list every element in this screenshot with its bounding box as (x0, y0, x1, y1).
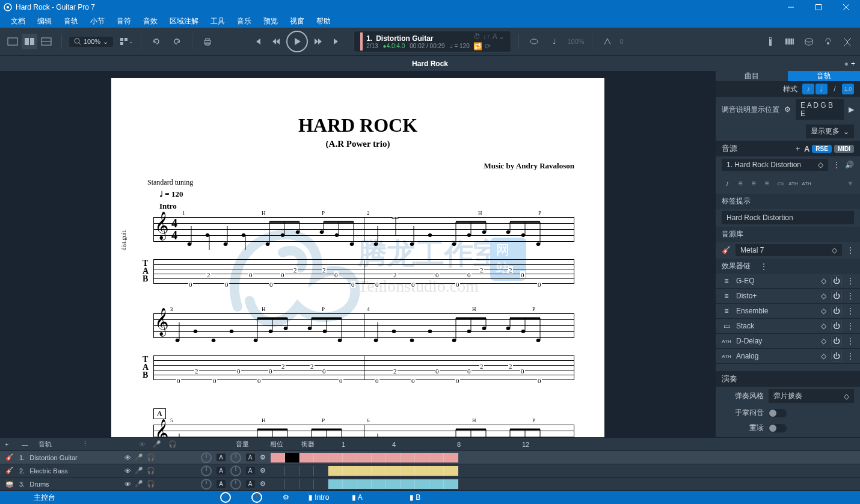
auto-icon[interactable]: A (804, 144, 809, 153)
close-button[interactable] (832, 0, 860, 14)
preset-icon[interactable]: ▭ (775, 176, 785, 191)
mute-icon[interactable]: 🎤 (135, 453, 143, 461)
volume-knob[interactable] (201, 466, 212, 476)
more-icon[interactable]: ⋮ (833, 161, 840, 169)
more-icon[interactable]: ⋮ (847, 246, 854, 254)
drums-icon[interactable] (801, 34, 817, 49)
score-area[interactable]: HARD ROCK (A.R Power trio) Music by Andr… (0, 71, 716, 437)
fretboard-icon[interactable] (763, 34, 778, 49)
auto-badge[interactable]: A (246, 480, 255, 488)
power-icon[interactable]: ⏻ (831, 275, 842, 286)
auto-badge[interactable]: A (217, 480, 226, 488)
effect-row[interactable]: ATHAnalog◇⏻⋮ (716, 349, 860, 364)
menu-track[interactable]: 音轨 (58, 15, 84, 28)
mute-icon[interactable]: 🎤 (135, 480, 143, 488)
volume-knob[interactable] (201, 452, 212, 463)
tab-close-icon[interactable]: ● (844, 60, 849, 68)
layout-screen-icon[interactable] (38, 34, 54, 49)
solo-icon[interactable]: 🎧 (147, 480, 155, 488)
visibility-icon[interactable]: 👁 (124, 467, 131, 475)
master-row[interactable]: 主控台 ⚙ ▮ Intro ▮ A ▮ B (0, 491, 860, 504)
notation-standard-icon[interactable]: ♪ (802, 84, 814, 94)
auto-badge[interactable]: A (217, 453, 226, 461)
menu-note[interactable]: 音符 (111, 15, 137, 28)
gear-icon[interactable]: ⚙ (784, 105, 791, 114)
countdown-icon[interactable]: ↓↑ (483, 32, 490, 41)
solo-icon[interactable]: 🎧 (147, 453, 155, 461)
chevron-down-icon[interactable]: ▼ (847, 179, 854, 188)
tuner-icon[interactable] (600, 34, 615, 49)
minimize-button[interactable] (777, 0, 805, 14)
track-row[interactable]: 🥁 3. Drums 👁 🎤 🎧 A A ⚙ (0, 478, 860, 491)
layout-single-icon[interactable] (5, 34, 20, 49)
rewind-icon[interactable] (268, 34, 284, 49)
solo-icon[interactable]: 🎧 (147, 467, 155, 475)
track-timeline[interactable] (271, 478, 458, 491)
line-in-icon[interactable] (820, 34, 836, 49)
effect-row[interactable]: ATHD-Delay◇⏻⋮ (716, 334, 860, 349)
menu-section[interactable]: 区域注解 (164, 15, 204, 28)
pan-knob[interactable] (230, 479, 241, 490)
preset-icon[interactable]: ATH (801, 176, 812, 191)
undo-icon[interactable] (149, 34, 164, 49)
show-more-select[interactable]: 显示更多 ⌄ (806, 124, 854, 138)
track-timeline[interactable] (271, 464, 458, 478)
track-row[interactable]: 🎸 1. Distortion Guitar 👁 🎤 🎧 A A ⚙ (0, 451, 860, 464)
accent-toggle[interactable] (769, 424, 787, 432)
speaker-icon[interactable]: 🔊 (845, 161, 854, 169)
effect-row[interactable]: ≡Ensemble◇⏻⋮ (716, 304, 860, 319)
menu-view[interactable]: 预览 (257, 15, 284, 28)
mixer-icon[interactable] (840, 34, 855, 49)
midi-badge[interactable]: MIDI (834, 145, 854, 153)
track-timeline[interactable] (271, 451, 458, 464)
document-tab[interactable]: Hard Rock (412, 60, 448, 68)
menu-effect[interactable]: 音效 (137, 15, 164, 28)
label-hint-input[interactable] (722, 211, 854, 224)
tab-song[interactable]: 曲目 (716, 71, 788, 81)
sliders-icon[interactable]: ⚙ (283, 493, 289, 502)
play-style-select[interactable]: 弹片拨奏◇ (769, 389, 854, 403)
effect-row[interactable]: ≡Disto+◇⏻⋮ (716, 289, 860, 304)
preset-icon[interactable]: ≡ (735, 176, 746, 191)
volume-knob[interactable] (201, 479, 212, 490)
more-icon[interactable]: ⋮ (847, 337, 854, 345)
pan-knob[interactable] (230, 452, 241, 463)
zoom-control[interactable]: 100% ⌄ (69, 37, 113, 47)
auto-badge[interactable]: A (246, 467, 255, 475)
tab-add-icon[interactable]: + (851, 60, 855, 68)
remove-track-icon[interactable]: — (22, 441, 31, 448)
sound-bank-select[interactable]: Metal 7◇ (736, 244, 842, 256)
tempo-icon[interactable]: ♩ (547, 34, 562, 49)
more-icon[interactable]: ⋮ (847, 277, 854, 285)
effect-row[interactable]: ≡G-EQ◇⏻⋮ (716, 274, 860, 289)
pan-knob[interactable] (251, 492, 262, 503)
forward-icon[interactable] (310, 34, 326, 49)
notation-tab-icon[interactable]: ♩ (815, 84, 828, 94)
menu-bar[interactable]: 小节 (84, 15, 111, 28)
power-icon[interactable]: ⏻ (831, 336, 842, 346)
preset-icon[interactable]: ♪ (722, 176, 733, 191)
redo-icon[interactable] (169, 34, 185, 49)
rse-badge[interactable]: RSE (812, 145, 832, 153)
preset-icon[interactable]: ≡ (761, 176, 772, 191)
preset-icon[interactable]: ≡ (748, 176, 759, 191)
print-icon[interactable] (200, 34, 215, 49)
more-icon[interactable]: ⋮ (82, 440, 88, 448)
effect-row[interactable]: ▭Stack◇⏻⋮ (716, 319, 860, 334)
add-sound-icon[interactable]: ＋ (794, 143, 802, 154)
track-row[interactable]: 🎸 2. Electric Bass 👁 🎤 🎧 A A ⚙ (0, 464, 860, 478)
speedtrainer-icon[interactable]: ⟳ (485, 42, 491, 51)
design-mode-icon[interactable]: ⌄ (118, 34, 134, 49)
auto-badge[interactable]: A (217, 467, 226, 475)
menu-window[interactable]: 视窗 (284, 15, 310, 28)
keyboard-icon[interactable] (782, 34, 797, 49)
menu-sound[interactable]: 音乐 (231, 15, 257, 28)
loop-icon[interactable]: 🔁 (473, 42, 482, 51)
sound-preset-select[interactable]: 1. Hard Rock Distortion◇ (722, 159, 828, 171)
sliders-icon[interactable]: ⚙ (260, 480, 266, 488)
menu-file[interactable]: 文档 (5, 15, 31, 28)
more-icon[interactable]: ⋮ (847, 322, 854, 330)
mute-icon[interactable]: 🎤 (153, 440, 161, 448)
more-icon[interactable]: ⋮ (760, 262, 767, 271)
preset-icon[interactable]: ATH (788, 176, 799, 191)
